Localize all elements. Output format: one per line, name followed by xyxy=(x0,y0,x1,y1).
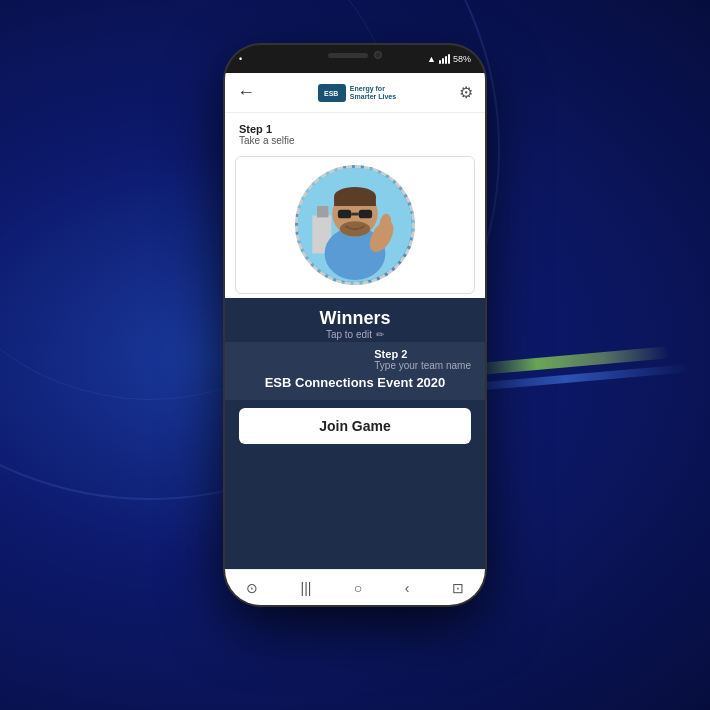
app-logo: ESB Energy for Smarter Lives xyxy=(318,84,396,102)
dark-section: Winners Tap to edit ✏ Step 2 Type your t… xyxy=(225,298,485,569)
nav-icon-extra[interactable]: ⊡ xyxy=(452,580,464,596)
edit-icon: ✏ xyxy=(376,329,384,340)
notch xyxy=(315,45,395,65)
step2-section: Step 2 Type your team name ESB Connectio… xyxy=(225,342,485,400)
step1-label: Step 1 xyxy=(239,123,471,135)
svg-rect-12 xyxy=(338,210,351,219)
svg-rect-10 xyxy=(334,197,376,207)
bar-4 xyxy=(448,54,450,64)
nav-icon-menu[interactable]: ⊙ xyxy=(246,580,258,596)
logo-text: Energy for Smarter Lives xyxy=(350,85,396,100)
tap-to-edit[interactable]: Tap to edit ✏ xyxy=(326,329,384,340)
logo-icon: ESB xyxy=(318,84,346,102)
tap-edit-label: Tap to edit xyxy=(326,329,372,340)
photo-card[interactable] xyxy=(235,156,475,294)
logo-svg: ESB xyxy=(322,87,342,99)
join-section: Join Game xyxy=(225,400,485,450)
svg-rect-14 xyxy=(351,213,359,216)
nav-icon-recents[interactable]: ||| xyxy=(301,580,312,596)
step2-header: Step 2 Type your team name xyxy=(239,348,471,371)
team-display-name: Winners xyxy=(320,308,391,329)
step1-sublabel: Take a selfie xyxy=(239,135,471,146)
signal-bars xyxy=(439,54,450,64)
wifi-icon: ▲ xyxy=(427,54,436,64)
selfie-illustration xyxy=(298,165,412,285)
phone-screen: ← ESB Energy for Smarter Lives ⚙ xyxy=(225,73,485,569)
nav-icon-home[interactable]: ○ xyxy=(354,580,362,596)
step2-sublabel: Type your team name xyxy=(374,360,471,371)
logo-line1: Energy for xyxy=(350,85,396,93)
bar-2 xyxy=(442,58,444,64)
team-name-value[interactable]: ESB Connections Event 2020 xyxy=(239,371,471,396)
logo-line2: Smarter Lives xyxy=(350,93,396,101)
status-time: • xyxy=(239,54,242,64)
status-icons: ▲ 58% xyxy=(427,54,471,64)
selfie-circle[interactable] xyxy=(295,165,415,285)
bar-1 xyxy=(439,60,441,64)
speaker xyxy=(328,53,368,58)
app-header: ← ESB Energy for Smarter Lives ⚙ xyxy=(225,73,485,113)
back-button[interactable]: ← xyxy=(237,82,255,103)
join-game-button[interactable]: Join Game xyxy=(239,408,471,444)
settings-icon[interactable]: ⚙ xyxy=(459,83,473,102)
nav-icon-back[interactable]: ‹ xyxy=(405,580,410,596)
step2-right: Step 2 Type your team name xyxy=(374,348,471,371)
camera xyxy=(374,51,382,59)
step1-header: Step 1 Take a selfie xyxy=(225,113,485,152)
svg-rect-4 xyxy=(317,206,328,217)
bottom-nav: ⊙ ||| ○ ‹ ⊡ xyxy=(225,569,485,605)
step2-label: Step 2 xyxy=(374,348,471,360)
svg-rect-13 xyxy=(359,210,372,219)
phone-scene: • ▲ 58% ← xyxy=(195,45,515,685)
status-bar: • ▲ 58% xyxy=(225,45,485,73)
battery-icon: 58% xyxy=(453,54,471,64)
svg-text:ESB: ESB xyxy=(324,90,338,97)
phone-frame: • ▲ 58% ← xyxy=(225,45,485,605)
bar-3 xyxy=(445,56,447,64)
